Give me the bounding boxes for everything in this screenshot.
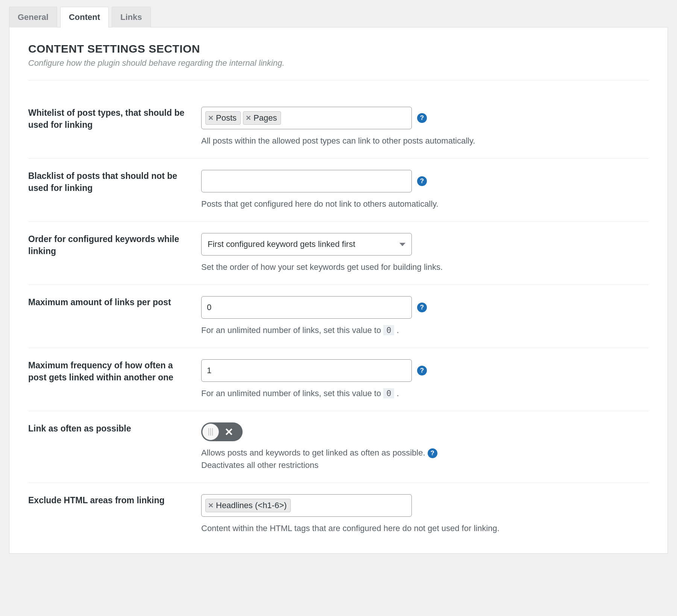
help-icon[interactable]: ?: [417, 176, 427, 186]
help-maxfreq: For an unlimited number of links, set th…: [201, 387, 649, 400]
code-zero: 0: [383, 388, 394, 398]
maxfreq-input[interactable]: [205, 364, 408, 377]
exclude-input[interactable]: ✕ Headlines (<h1-6>): [201, 494, 412, 517]
label-maxfreq: Maximum frequency of how often a post ge…: [28, 359, 186, 383]
help-order: Set the order of how your set keywords g…: [201, 261, 649, 273]
divider: [28, 80, 649, 80]
label-linkoften: Link as often as possible: [28, 422, 186, 434]
help-blacklist: Posts that get configured here do not li…: [201, 198, 649, 210]
tag-pages: ✕ Pages: [243, 111, 281, 125]
tag-label: Posts: [216, 113, 237, 123]
tab-content[interactable]: Content: [60, 7, 109, 28]
maxlinks-input[interactable]: [205, 301, 408, 314]
tag-label: Headlines (<h1-6>): [216, 501, 287, 510]
label-exclude: Exclude HTML areas from linking: [28, 494, 186, 506]
order-select[interactable]: First configured keyword gets linked fir…: [201, 233, 412, 256]
remove-tag-icon[interactable]: ✕: [246, 114, 251, 122]
order-selected: First configured keyword gets linked fir…: [208, 239, 355, 249]
row-exclude: Exclude HTML areas from linking ✕ Headli…: [28, 483, 649, 546]
maxlinks-input-wrap: [201, 296, 412, 319]
label-maxlinks: Maximum amount of links per post: [28, 296, 186, 308]
help-icon[interactable]: ?: [417, 366, 427, 375]
label-whitelist: Whitelist of post types, that should be …: [28, 107, 186, 131]
maxfreq-input-wrap: [201, 359, 412, 382]
help-icon[interactable]: ?: [428, 448, 437, 458]
label-blacklist: Blacklist of posts that should not be us…: [28, 170, 186, 194]
row-maxlinks: Maximum amount of links per post ? For a…: [28, 285, 649, 348]
remove-tag-icon[interactable]: ✕: [208, 114, 214, 122]
section-title: CONTENT SETTINGS SECTION: [28, 42, 649, 55]
chevron-down-icon: [399, 243, 405, 246]
section-description: Configure how the plugin should behave r…: [28, 58, 649, 68]
blacklist-field[interactable]: [205, 175, 408, 188]
tab-links[interactable]: Links: [112, 7, 150, 27]
help-icon[interactable]: ?: [417, 303, 427, 312]
tag-label: Pages: [253, 113, 277, 123]
row-order: Order for configured keywords while link…: [28, 222, 649, 285]
code-zero: 0: [383, 325, 394, 335]
label-order: Order for configured keywords while link…: [28, 233, 186, 257]
row-whitelist: Whitelist of post types, that should be …: [28, 95, 649, 159]
tab-general[interactable]: General: [9, 7, 57, 27]
help-maxlinks: For an unlimited number of links, set th…: [201, 324, 649, 336]
row-linkoften: Link as often as possible ✕ Allows posts…: [28, 411, 649, 483]
help-linkoften: Allows posts and keywords to get linked …: [201, 446, 649, 471]
help-whitelist: All posts within the allowed post types …: [201, 135, 649, 147]
blacklist-input[interactable]: [201, 170, 412, 192]
x-icon: ✕: [225, 426, 233, 438]
tab-bar: General Content Links: [9, 7, 668, 27]
help-icon[interactable]: ?: [417, 113, 427, 123]
row-maxfreq: Maximum frequency of how often a post ge…: [28, 348, 649, 411]
tag-posts: ✕ Posts: [205, 111, 241, 125]
help-exclude: Content within the HTML tags that are co…: [201, 522, 649, 534]
toggle-knob: [202, 424, 219, 440]
tag-headlines: ✕ Headlines (<h1-6>): [205, 499, 291, 512]
row-blacklist: Blacklist of posts that should not be us…: [28, 159, 649, 222]
settings-panel: CONTENT SETTINGS SECTION Configure how t…: [9, 27, 668, 554]
remove-tag-icon[interactable]: ✕: [208, 501, 214, 510]
whitelist-input[interactable]: ✕ Posts ✕ Pages: [201, 107, 412, 129]
linkoften-toggle[interactable]: ✕: [201, 422, 243, 441]
